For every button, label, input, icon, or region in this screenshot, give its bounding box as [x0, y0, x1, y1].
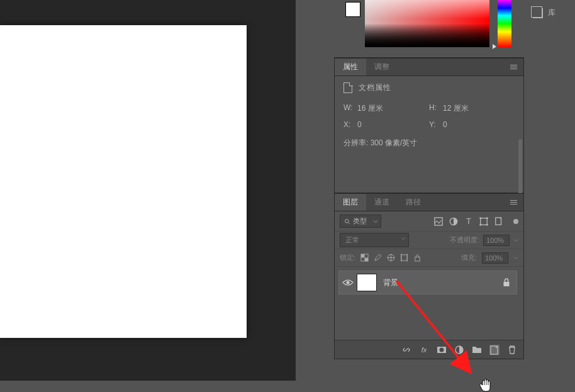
fx-button[interactable]: fx — [419, 345, 429, 355]
color-panel — [334, 0, 524, 58]
opacity-label: 不透明度: — [450, 235, 479, 245]
properties-panel-header: 属性 调整 — [335, 59, 523, 76]
blend-mode-select[interactable]: 正常 — [340, 233, 409, 247]
filter-adjustment-icon[interactable] — [449, 217, 458, 226]
resolution-value[interactable]: 300 像素/英寸 — [371, 138, 418, 147]
properties-panel-menu[interactable] — [504, 59, 523, 76]
svg-rect-10 — [496, 217, 501, 224]
y-label: Y: — [429, 120, 439, 129]
panel-column: 属性 调整 文档属性 W: 16 厘米 H: 12 厘米 — [334, 0, 524, 359]
svg-rect-19 — [504, 282, 510, 286]
hamburger-icon — [510, 200, 517, 205]
layers-panel: 图层 通道 路径 类型 T 正常 — [334, 193, 524, 359]
height-label: H: — [429, 103, 439, 114]
width-label: W: — [343, 103, 354, 114]
svg-rect-6 — [479, 217, 481, 219]
tab-adjustments[interactable]: 调整 — [366, 59, 398, 76]
layers-panel-menu[interactable] — [504, 194, 523, 211]
delete-layer-button[interactable] — [507, 345, 517, 355]
filter-shape-icon[interactable] — [479, 217, 488, 226]
layer-filter-kind-select[interactable]: 类型 — [340, 215, 381, 228]
layer-mask-button[interactable] — [437, 345, 447, 355]
layer-row-background[interactable]: 背景 — [338, 271, 517, 294]
filter-toggle[interactable] — [513, 219, 518, 224]
fill-value: 100% — [485, 254, 503, 262]
layer-name[interactable]: 背景 — [383, 277, 503, 288]
properties-grid: W: 16 厘米 H: 12 厘米 X: 0 Y: 0 分辨率 — [335, 99, 523, 193]
svg-rect-13 — [365, 258, 369, 262]
document-icon — [343, 82, 352, 93]
svg-point-18 — [347, 281, 350, 284]
filter-kind-label: 类型 — [353, 216, 367, 226]
layers-empty-area — [335, 294, 523, 340]
fill-input[interactable]: 100% — [482, 252, 508, 264]
library-icon — [533, 8, 543, 18]
lock-all-icon[interactable] — [413, 254, 421, 262]
width-value[interactable]: 16 厘米 — [357, 103, 383, 114]
canvas-viewport — [0, 0, 296, 381]
layer-thumbnail[interactable] — [357, 274, 377, 291]
svg-text:fx: fx — [421, 346, 427, 354]
svg-rect-12 — [361, 254, 365, 258]
filter-smartobject-icon[interactable] — [494, 217, 503, 226]
hue-indicator-icon — [493, 44, 496, 49]
lock-position-icon[interactable] — [387, 254, 395, 262]
filter-pixel-icon[interactable] — [434, 217, 443, 226]
x-value[interactable]: 0 — [357, 120, 362, 129]
fill-label: 填充: — [461, 253, 477, 262]
tab-paths[interactable]: 路径 — [398, 194, 429, 211]
y-value[interactable]: 0 — [443, 120, 447, 129]
document-canvas[interactable] — [0, 25, 247, 338]
svg-text:T: T — [466, 217, 471, 226]
document-properties-title: 文档属性 — [359, 82, 391, 93]
new-layer-button[interactable] — [489, 345, 500, 355]
group-button[interactable] — [472, 345, 482, 355]
resolution-label: 分辨率: — [343, 138, 368, 147]
properties-subtitle: 文档属性 — [335, 76, 523, 99]
height-value[interactable]: 12 厘米 — [443, 103, 469, 114]
layer-visibility-toggle[interactable] — [339, 279, 357, 286]
color-field[interactable] — [365, 0, 489, 47]
layers-footer: fx — [335, 340, 523, 359]
opacity-input[interactable]: 100% — [483, 235, 510, 246]
hue-slider[interactable] — [498, 0, 511, 47]
layer-filter-row: 类型 T — [335, 211, 523, 232]
hamburger-icon — [510, 65, 517, 70]
svg-rect-14 — [401, 255, 407, 260]
chevron-down-icon — [401, 236, 406, 241]
libraries-panel-button[interactable]: 库 — [528, 0, 575, 26]
chevron-down-icon[interactable] — [513, 255, 518, 260]
fg-bg-swatches[interactable] — [340, 0, 360, 17]
chevron-down-icon[interactable] — [513, 238, 518, 243]
tab-properties[interactable]: 属性 — [335, 59, 366, 76]
svg-point-0 — [345, 219, 349, 223]
svg-rect-2 — [435, 217, 442, 225]
layer-lock-icon[interactable] — [503, 278, 510, 287]
search-icon — [344, 218, 350, 225]
lock-transparency-icon[interactable] — [360, 254, 369, 262]
background-color-swatch[interactable] — [345, 2, 360, 17]
adjustment-layer-button[interactable] — [454, 345, 464, 355]
svg-rect-5 — [481, 218, 488, 225]
x-label: X: — [343, 120, 354, 129]
right-dock: 库 — [528, 0, 575, 392]
lock-label: 锁定: — [340, 253, 355, 262]
lock-artboard-icon[interactable] — [400, 254, 408, 262]
chevron-down-icon — [373, 219, 378, 224]
link-layers-button[interactable] — [401, 345, 411, 355]
svg-rect-8 — [479, 223, 481, 225]
svg-line-1 — [349, 222, 350, 223]
blend-mode-value: 正常 — [345, 236, 359, 244]
lock-fill-row: 锁定: 填充: 100% — [335, 249, 523, 267]
filter-text-icon[interactable]: T — [464, 217, 473, 226]
svg-point-22 — [440, 347, 444, 352]
libraries-label: 库 — [548, 8, 555, 18]
svg-rect-9 — [486, 223, 488, 225]
svg-rect-7 — [486, 217, 488, 219]
tab-layers[interactable]: 图层 — [335, 194, 366, 211]
resolution-row: 分辨率: 300 像素/英寸 — [343, 135, 515, 148]
opacity-value: 100% — [486, 237, 504, 244]
lock-brush-icon[interactable] — [374, 254, 382, 262]
hand-cursor-icon — [478, 378, 493, 392]
tab-channels[interactable]: 通道 — [366, 194, 398, 211]
